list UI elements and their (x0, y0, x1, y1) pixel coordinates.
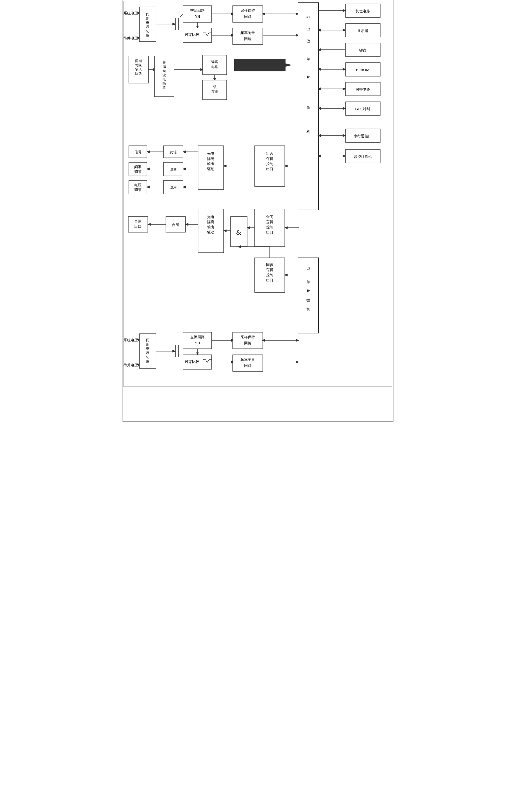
svg-rect-104 (128, 216, 148, 232)
svg-marker-140 (284, 274, 287, 276)
svg-rect-118 (231, 216, 247, 247)
svg-marker-128 (247, 227, 250, 229)
svg-marker-186 (317, 107, 321, 110)
svg-text:交流回路: 交流回路 (190, 335, 205, 339)
svg-text:GPS对时: GPS对时 (355, 107, 370, 111)
svg-rect-38 (129, 56, 148, 83)
svg-text:切: 切 (146, 355, 149, 359)
svg-text:驱动: 驱动 (207, 230, 214, 234)
svg-rect-111 (198, 209, 224, 253)
svg-text:待并电压: 待并电压 (123, 363, 138, 367)
svg-marker-79 (147, 151, 150, 153)
svg-text:期: 期 (146, 343, 149, 346)
svg-text:电: 电 (162, 78, 166, 81)
svg-text:调压: 调压 (170, 185, 177, 190)
svg-rect-199 (140, 334, 156, 368)
svg-text:出口: 出口 (266, 167, 273, 171)
svg-rect-66 (129, 162, 147, 176)
svg-rect-214 (233, 332, 263, 349)
svg-text:交流回路: 交流回路 (190, 8, 205, 13)
svg-rect-157 (345, 24, 380, 37)
svg-rect-169 (345, 149, 380, 163)
svg-marker-183 (317, 88, 321, 90)
svg-text:存器: 存器 (211, 90, 218, 93)
svg-text:采样保持: 采样保持 (241, 335, 255, 339)
svg-rect-76 (163, 180, 183, 194)
svg-marker-189 (317, 134, 321, 137)
svg-marker-44 (153, 68, 156, 71)
svg-text:出口: 出口 (266, 230, 273, 234)
svg-marker-63 (234, 59, 292, 71)
svg-text:发信: 发信 (170, 150, 177, 154)
svg-text:隔离: 隔离 (207, 156, 214, 161)
svg-text:频率测量: 频率测量 (241, 357, 255, 362)
svg-rect-165 (345, 102, 380, 115)
svg-text:电: 电 (146, 347, 149, 350)
svg-text:回路: 回路 (244, 341, 251, 345)
svg-text:期: 期 (146, 17, 149, 20)
svg-rect-55 (203, 55, 227, 75)
svg-text:光电: 光电 (207, 215, 214, 219)
svg-marker-174 (343, 29, 346, 31)
svg-marker-225 (231, 361, 234, 363)
svg-text:&: & (236, 229, 241, 236)
svg-text:合闸: 合闸 (172, 223, 179, 227)
svg-marker-172 (343, 9, 346, 12)
svg-text:#2: #2 (306, 266, 310, 271)
svg-text:显示器: 显示器 (357, 29, 368, 33)
svg-text:驱动: 驱动 (207, 167, 214, 171)
svg-marker-90 (183, 151, 186, 153)
svg-text:输出: 输出 (207, 162, 214, 166)
svg-text:输入: 输入 (135, 67, 142, 71)
svg-rect-60 (203, 80, 227, 100)
svg-text:回路: 回路 (244, 37, 251, 41)
svg-text:机: 机 (306, 307, 310, 312)
svg-text:电: 电 (146, 21, 149, 24)
svg-text:控制: 控制 (266, 162, 273, 166)
svg-rect-26 (183, 28, 212, 42)
svg-text:逻辑: 逻辑 (266, 220, 273, 224)
svg-text:32: 32 (306, 27, 310, 31)
svg-rect-155 (345, 4, 380, 18)
svg-marker-130 (284, 227, 287, 229)
svg-marker-192 (317, 155, 321, 157)
svg-text:回路: 回路 (244, 364, 251, 368)
svg-text:调节: 调节 (134, 187, 142, 192)
svg-text:隔离: 隔离 (207, 220, 214, 224)
svg-marker-1 (136, 12, 140, 14)
svg-marker-19 (231, 13, 234, 15)
svg-rect-167 (345, 129, 380, 142)
svg-text:微: 微 (306, 298, 310, 302)
svg-marker-101 (223, 165, 226, 167)
svg-text:组合: 组合 (266, 151, 273, 156)
svg-marker-198 (136, 364, 140, 366)
svg-text:光电: 光电 (207, 151, 214, 156)
svg-text:采样保持: 采样保持 (241, 8, 255, 13)
svg-text:时钟电路: 时钟电路 (356, 87, 370, 92)
svg-text:系统电压: 系统电压 (123, 338, 138, 342)
svg-text:YH: YH (195, 341, 200, 345)
svg-rect-232 (123, 1, 392, 386)
svg-marker-213 (231, 339, 234, 342)
svg-text:回路: 回路 (244, 14, 251, 19)
svg-text:换: 换 (146, 359, 149, 363)
svg-marker-196 (136, 339, 140, 341)
svg-text:位: 位 (306, 39, 310, 44)
svg-rect-159 (345, 43, 380, 57)
svg-marker-179 (343, 68, 346, 70)
svg-marker-103 (284, 165, 287, 167)
svg-text:控制: 控制 (266, 273, 273, 277)
svg-text:逻辑: 逻辑 (266, 156, 273, 161)
svg-rect-20 (233, 6, 263, 22)
svg-marker-81 (147, 168, 150, 170)
svg-marker-182 (343, 88, 346, 90)
svg-marker-121 (223, 230, 226, 232)
svg-text:同: 同 (146, 338, 149, 342)
svg-marker-175 (317, 29, 321, 31)
svg-text:开: 开 (162, 61, 166, 64)
svg-text:频率: 频率 (134, 165, 142, 169)
svg-text:隔: 隔 (162, 82, 166, 85)
svg-text:光: 光 (162, 69, 166, 72)
svg-text:压: 压 (146, 25, 149, 29)
svg-text:对象: 对象 (135, 63, 142, 67)
